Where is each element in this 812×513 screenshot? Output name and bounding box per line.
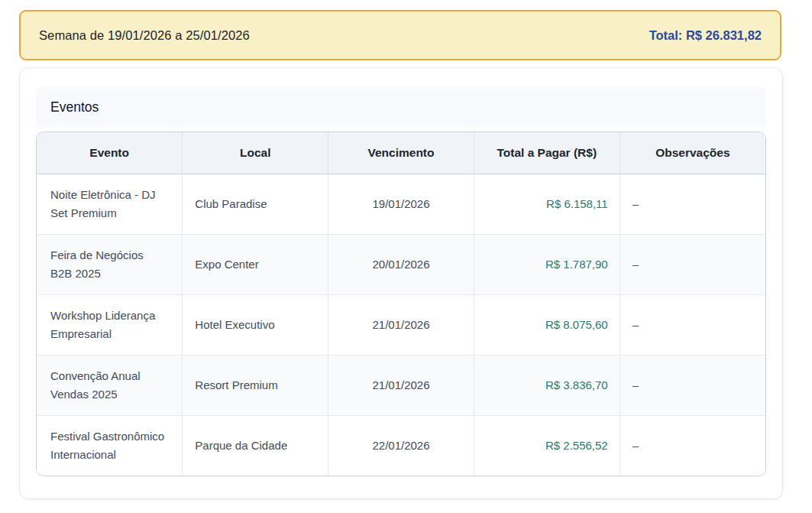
cell-evento: Feira de Negócios B2B 2025: [37, 235, 183, 295]
column-header-local: Local: [183, 132, 328, 174]
cell-local: Resort Premium: [183, 356, 328, 416]
cell-local: Hotel Executivo: [183, 295, 328, 356]
cell-vencimento: 21/01/2026: [328, 356, 474, 416]
cell-total: R$ 2.556,52: [474, 416, 620, 476]
events-table-head: Evento Local Vencimento Total a Pagar (R…: [37, 132, 765, 174]
cell-vencimento: 19/01/2026: [328, 174, 474, 235]
cell-observacoes: –: [620, 356, 765, 416]
column-header-evento: Evento: [37, 132, 183, 174]
events-table-container: Evento Local Vencimento Total a Pagar (R…: [36, 131, 766, 476]
cell-vencimento: 22/01/2026: [328, 416, 474, 476]
cell-total: R$ 1.787,90: [474, 235, 620, 295]
events-card: Eventos Evento Local Vencimento Total a …: [19, 67, 783, 499]
week-total-amount: Total: R$ 26.831,82: [649, 28, 762, 43]
header-row: Evento Local Vencimento Total a Pagar (R…: [37, 132, 765, 174]
cell-observacoes: –: [620, 235, 765, 295]
table-row: Noite Eletrônica - DJ Set Premium Club P…: [37, 174, 765, 235]
table-row: Feira de Negócios B2B 2025 Expo Center 2…: [37, 235, 765, 295]
cell-observacoes: –: [620, 174, 765, 235]
cell-evento: Noite Eletrônica - DJ Set Premium: [37, 174, 183, 235]
cell-total: R$ 6.158,11: [474, 174, 620, 235]
cell-evento: Workshop Liderança Empresarial: [37, 295, 183, 356]
table-row: Workshop Liderança Empresarial Hotel Exe…: [37, 295, 765, 356]
cell-local: Expo Center: [183, 235, 328, 295]
cell-observacoes: –: [620, 416, 765, 476]
cell-vencimento: 21/01/2026: [328, 295, 474, 356]
cell-evento: Convenção Anual Vendas 2025: [37, 356, 183, 416]
cell-vencimento: 20/01/2026: [328, 235, 474, 295]
events-table-body: Noite Eletrônica - DJ Set Premium Club P…: [37, 174, 765, 476]
column-header-vencimento: Vencimento: [328, 132, 474, 174]
events-section-title: Eventos: [50, 99, 99, 115]
cell-evento: Festival Gastronômico Internacional: [37, 416, 183, 476]
table-row: Festival Gastronômico Internacional Parq…: [37, 416, 765, 476]
table-row: Convenção Anual Vendas 2025 Resort Premi…: [37, 356, 765, 416]
cell-total: R$ 8.075,60: [474, 295, 620, 356]
cell-local: Club Paradise: [183, 174, 328, 235]
column-header-total: Total a Pagar (R$): [474, 132, 620, 174]
week-range-label: Semana de 19/01/2026 a 25/01/2026: [39, 28, 250, 43]
events-section-header: Eventos: [36, 87, 766, 127]
cell-observacoes: –: [620, 295, 765, 356]
cell-total: R$ 3.836,70: [474, 356, 620, 416]
week-summary-banner: Semana de 19/01/2026 a 25/01/2026 Total:…: [19, 10, 781, 60]
events-table: Evento Local Vencimento Total a Pagar (R…: [37, 132, 765, 476]
column-header-observacoes: Observações: [620, 132, 765, 174]
cell-local: Parque da Cidade: [183, 416, 328, 476]
